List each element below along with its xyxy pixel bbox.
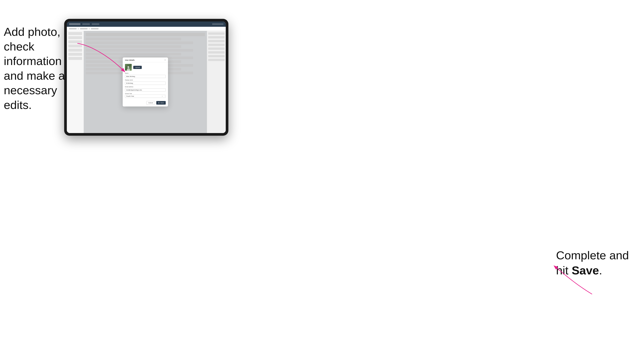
avatar-section: Upload — [125, 64, 166, 71]
display-name-input[interactable] — [125, 82, 166, 85]
app-subheader — [67, 27, 226, 31]
app-logo — [69, 23, 80, 25]
email-label: Email address — [125, 86, 166, 87]
breadcrumb-2 — [80, 28, 88, 29]
school-year-label: School Year — [125, 93, 166, 94]
app-header-right — [212, 23, 224, 25]
display-name-field-group: Display name — [125, 79, 166, 85]
display-name-label: Display name — [125, 79, 166, 81]
breadcrumb-3 — [91, 28, 98, 29]
school-year-field-group: School Year × ⌃ — [125, 93, 166, 98]
avatar-person-silhouette — [127, 66, 130, 71]
right-row-2 — [208, 36, 224, 38]
save-button-label: Save — [160, 102, 164, 104]
name-field-group: Name — [125, 73, 166, 78]
right-row-8 — [208, 59, 224, 61]
arrow-right — [552, 263, 593, 297]
name-input[interactable] — [125, 75, 166, 78]
school-year-clear-icon[interactable]: × — [162, 95, 163, 97]
breadcrumb-1 — [69, 28, 77, 29]
modal-header: User details × — [123, 57, 168, 62]
user-details-modal: User details × Uploa — [123, 57, 168, 107]
breadcrumb-sep — [78, 28, 79, 29]
modal-body: Upload Name Display name — [123, 62, 168, 101]
sidebar-item-1 — [68, 32, 82, 35]
right-row-6 — [208, 51, 224, 53]
name-label: Name — [125, 73, 166, 74]
cancel-button[interactable]: Cancel — [146, 101, 155, 105]
upload-photo-button[interactable]: Upload — [133, 66, 142, 69]
school-year-dropdown-icon[interactable]: ⌃ — [164, 96, 165, 97]
right-row-3 — [208, 40, 224, 42]
breadcrumb-sep-2 — [89, 28, 90, 29]
email-input[interactable] — [125, 88, 166, 92]
app-right-panel — [207, 31, 226, 133]
right-row-5 — [208, 47, 224, 50]
save-button[interactable]: ⬆ Save — [156, 101, 166, 105]
app-header — [67, 21, 226, 27]
app-nav-2 — [92, 23, 99, 25]
right-row-7 — [208, 55, 224, 57]
email-field-group: Email address — [125, 86, 166, 92]
right-row-1 — [208, 32, 224, 35]
modal-footer: Cancel ⬆ Save — [123, 101, 168, 107]
school-year-select-wrapper: × ⌃ — [125, 95, 166, 98]
school-year-input[interactable] — [125, 95, 166, 98]
save-icon: ⬆ — [158, 102, 160, 104]
modal-close-button[interactable]: × — [164, 59, 166, 61]
arrow-left — [76, 41, 126, 79]
sidebar-item-2 — [68, 36, 82, 39]
right-row-4 — [208, 44, 224, 46]
app-nav-1 — [82, 23, 90, 25]
